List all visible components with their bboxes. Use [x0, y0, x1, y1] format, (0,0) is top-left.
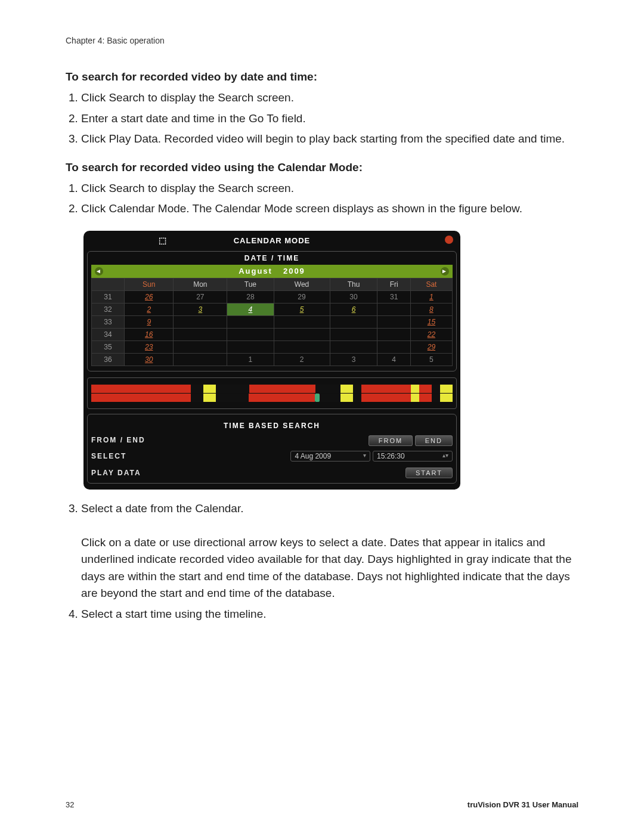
cal-day[interactable]: 29 [274, 290, 330, 303]
select-date-input[interactable]: 4 Aug 2009▾ [290, 451, 370, 462]
cal-week: 31 [92, 290, 125, 303]
cal-day[interactable]: 2 [274, 353, 330, 366]
cal-day[interactable]: 30 [330, 290, 377, 303]
cal-day-selected[interactable]: 4 [227, 303, 274, 315]
cal-day[interactable]: 15 [410, 315, 452, 328]
cal-day[interactable]: 26 [125, 290, 174, 303]
from-end-label: FROM / END [91, 436, 145, 444]
date-time-panel: DATE / TIME ◄ August 2009 ► Sun Mon Tue … [87, 251, 457, 371]
cal-day[interactable]: 5 [274, 303, 330, 315]
steps-datetime: Click Search to display the Search scree… [66, 89, 578, 148]
page-number: 32 [66, 800, 74, 809]
cal-week: 32 [92, 303, 125, 315]
cal-day[interactable]: 1 [227, 353, 274, 366]
select-label: SELECT [91, 452, 126, 460]
year-label: 2009 [283, 267, 305, 275]
cal-day[interactable]: 3 [330, 353, 377, 366]
step: Select a start time using the timeline. [81, 606, 578, 623]
cal-day[interactable]: 5 [410, 353, 452, 366]
cal-week: 33 [92, 315, 125, 328]
cal-day[interactable] [227, 340, 274, 353]
cal-week: 36 [92, 353, 125, 366]
timeline-panel[interactable] [87, 377, 457, 409]
step: Click Play Data. Recorded video will beg… [81, 131, 578, 148]
cal-day[interactable] [274, 340, 330, 353]
cal-hdr-thu: Thu [330, 278, 377, 290]
section-heading-datetime: To search for recorded video by date and… [66, 70, 578, 83]
cal-day[interactable]: 23 [125, 340, 174, 353]
cal-day[interactable]: 6 [330, 303, 377, 315]
cal-hdr-wed: Wed [274, 278, 330, 290]
month-bar: ◄ August 2009 ► [91, 265, 453, 278]
manual-title: truVision DVR 31 User Manual [467, 800, 578, 809]
chapter-label: Chapter 4: Basic operation [66, 36, 578, 45]
step: Click Search to display the Search scree… [81, 180, 578, 197]
cal-day[interactable] [227, 328, 274, 340]
cal-day[interactable]: 16 [125, 328, 174, 340]
end-button[interactable]: END [415, 435, 453, 446]
cal-day[interactable]: 29 [410, 340, 452, 353]
play-data-label: PLAY DATA [91, 469, 141, 477]
cursor-icon: ⬚ [159, 236, 168, 244]
calendar-mode-figure: ⬚ CALENDAR MODE DATE / TIME ◄ August 200… [83, 231, 460, 490]
step: Enter a start date and time in the Go To… [81, 110, 578, 128]
cal-day[interactable] [330, 340, 377, 353]
month-label: August [239, 267, 273, 275]
cal-day[interactable] [274, 315, 330, 328]
figure-title: CALENDAR MODE [234, 236, 311, 245]
calendar-table[interactable]: Sun Mon Tue Wed Thu Fri Sat 31 26 27 28 … [91, 278, 453, 366]
step: Click Calendar Mode. The Calendar Mode s… [81, 200, 578, 218]
close-icon[interactable] [445, 236, 453, 244]
cal-hdr-mon: Mon [174, 278, 227, 290]
from-button[interactable]: FROM [369, 435, 413, 446]
start-button[interactable]: START [405, 467, 453, 478]
time-based-search-panel: TIME BASED SEARCH FROM / END FROM END SE… [87, 414, 457, 484]
dropdown-icon[interactable]: ▾ [361, 452, 366, 460]
play-data-row: PLAY DATA START [91, 467, 453, 478]
cal-hdr-sun: Sun [125, 278, 174, 290]
spinner-icon[interactable]: ▴▾ [440, 452, 448, 460]
cal-day[interactable] [274, 328, 330, 340]
from-end-row: FROM / END FROM END [91, 436, 453, 445]
cal-hdr-tue: Tue [227, 278, 274, 290]
steps-calendar: Click Search to display the Search scree… [66, 180, 578, 218]
cal-day[interactable]: 22 [410, 328, 452, 340]
cal-day[interactable] [227, 315, 274, 328]
cal-day[interactable]: 1 [410, 290, 452, 303]
cal-day[interactable] [377, 315, 410, 328]
cal-hdr-sat: Sat [410, 278, 452, 290]
panel-title: DATE / TIME [91, 254, 453, 262]
step: Select a date from the Calendar. Click o… [81, 500, 578, 602]
section-heading-calendar: To search for recorded video using the C… [66, 161, 578, 174]
cal-day[interactable] [174, 340, 227, 353]
cal-day[interactable] [174, 315, 227, 328]
prev-month-icon[interactable]: ◄ [95, 267, 103, 275]
select-row: SELECT 4 Aug 2009▾ 15:26:30▴▾ [91, 451, 453, 462]
cal-day[interactable] [330, 315, 377, 328]
select-time-input[interactable]: 15:26:30▴▾ [373, 451, 453, 462]
cal-day[interactable] [377, 303, 410, 315]
next-month-icon[interactable]: ► [441, 267, 449, 275]
cal-hdr-fri: Fri [377, 278, 410, 290]
cal-day[interactable] [377, 328, 410, 340]
cal-day[interactable]: 27 [174, 290, 227, 303]
cal-day[interactable] [174, 353, 227, 366]
cal-hdr-week [92, 278, 125, 290]
cal-day[interactable]: 8 [410, 303, 452, 315]
timeline-marker-icon[interactable] [315, 394, 320, 402]
cal-day[interactable]: 3 [174, 303, 227, 315]
cal-day[interactable]: 4 [377, 353, 410, 366]
cal-day[interactable]: 9 [125, 315, 174, 328]
page-footer: 32 truVision DVR 31 User Manual [66, 800, 578, 809]
cal-week: 35 [92, 340, 125, 353]
cal-day[interactable]: 28 [227, 290, 274, 303]
cal-day[interactable]: 30 [125, 353, 174, 366]
step: Click Search to display the Search scree… [81, 89, 578, 107]
cal-week: 34 [92, 328, 125, 340]
cal-day[interactable] [377, 340, 410, 353]
cal-day[interactable] [330, 328, 377, 340]
cal-day[interactable]: 31 [377, 290, 410, 303]
cal-day[interactable]: 2 [125, 303, 174, 315]
tbs-title: TIME BASED SEARCH [91, 422, 453, 430]
cal-day[interactable] [174, 328, 227, 340]
